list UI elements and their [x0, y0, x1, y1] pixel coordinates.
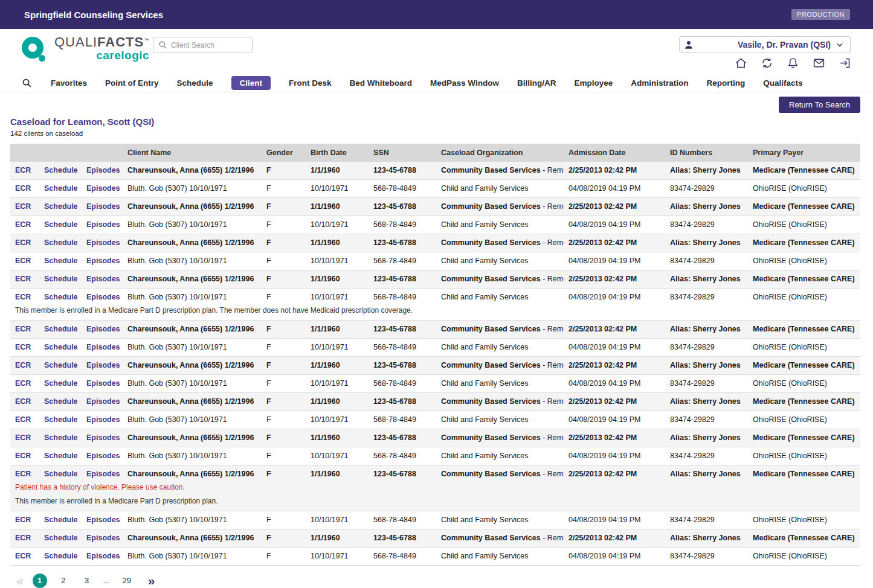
pagination-next[interactable]: »	[148, 574, 155, 587]
episodes-link[interactable]: Episodes	[82, 289, 123, 306]
admission-date-cell: 2/25/2013 02:42 PM	[564, 429, 665, 447]
ecr-link[interactable]: ECR	[10, 321, 39, 338]
schedule-link[interactable]: Schedule	[39, 511, 82, 529]
nav-tab-favorites[interactable]: Favorites	[51, 78, 87, 88]
ecr-link[interactable]: ECR	[10, 511, 39, 529]
bell-icon[interactable]	[786, 56, 799, 69]
episodes-link[interactable]: Episodes	[82, 548, 123, 565]
organization-cell: Community Based Services - Remote	[436, 270, 564, 288]
table-row: ECRScheduleEpisodesChareunsouk, Anna (66…	[10, 161, 860, 179]
schedule-link[interactable]: Schedule	[39, 375, 82, 392]
nav-tab-schedule[interactable]: Schedule	[177, 78, 213, 88]
ecr-link[interactable]: ECR	[10, 411, 39, 429]
ecr-link[interactable]: ECR	[10, 339, 39, 356]
pagination-page[interactable]: 2	[56, 574, 71, 588]
envelope-icon[interactable]	[812, 56, 825, 69]
schedule-link[interactable]: Schedule	[39, 234, 82, 252]
nav-tab-point-of-entry[interactable]: Point of Entry	[105, 78, 159, 88]
nav-tab-administration[interactable]: Administration	[631, 78, 688, 88]
schedule-link[interactable]: Schedule	[39, 216, 82, 234]
episodes-link[interactable]: Episodes	[82, 162, 123, 179]
schedule-link[interactable]: Schedule	[39, 465, 82, 483]
ecr-link[interactable]: ECR	[10, 375, 39, 392]
organization-suffix: - Remote	[541, 433, 564, 442]
episodes-link[interactable]: Episodes	[82, 465, 123, 483]
organization-suffix: - Remote	[541, 238, 564, 247]
pagination-page[interactable]: 1	[33, 574, 47, 588]
episodes-link[interactable]: Episodes	[82, 429, 123, 447]
episodes-link[interactable]: Episodes	[82, 252, 123, 270]
home-icon[interactable]	[734, 56, 747, 69]
ecr-link[interactable]: ECR	[10, 465, 39, 483]
nav-tab-front-desk[interactable]: Front Desk	[289, 78, 332, 88]
episodes-link[interactable]: Episodes	[82, 321, 123, 338]
ecr-link[interactable]: ECR	[10, 548, 39, 565]
episodes-link[interactable]: Episodes	[82, 447, 123, 465]
pagination-page[interactable]: 29	[120, 574, 134, 588]
organization-name: Community Based Services	[441, 202, 541, 211]
schedule-link[interactable]: Schedule	[39, 198, 82, 216]
pagination-prev[interactable]: «	[16, 574, 24, 587]
schedule-link[interactable]: Schedule	[39, 289, 82, 306]
ecr-link[interactable]: ECR	[10, 357, 39, 374]
return-to-search-button[interactable]: Return To Search	[779, 97, 860, 113]
episodes-link[interactable]: Episodes	[82, 216, 123, 234]
nav-tab-medpass-window[interactable]: MedPass Window	[430, 78, 499, 88]
episodes-link[interactable]: Episodes	[82, 357, 123, 374]
episodes-link[interactable]: Episodes	[82, 270, 123, 288]
nav-tab-reporting[interactable]: Reporting	[707, 78, 746, 88]
ecr-link[interactable]: ECR	[10, 252, 39, 270]
schedule-link[interactable]: Schedule	[39, 180, 82, 197]
ecr-link[interactable]: ECR	[10, 180, 39, 197]
nav-tab-client[interactable]: Client	[231, 76, 271, 90]
episodes-link[interactable]: Episodes	[82, 234, 123, 252]
schedule-link[interactable]: Schedule	[39, 270, 82, 288]
column-header: Client Name	[123, 149, 262, 157]
schedule-link[interactable]: Schedule	[39, 321, 82, 338]
ecr-link[interactable]: ECR	[10, 198, 39, 216]
episodes-link[interactable]: Episodes	[82, 511, 123, 529]
ecr-link[interactable]: ECR	[10, 234, 39, 252]
episodes-link[interactable]: Episodes	[82, 529, 123, 547]
schedule-link[interactable]: Schedule	[39, 429, 82, 447]
ecr-link[interactable]: ECR	[10, 393, 39, 411]
schedule-link[interactable]: Schedule	[39, 393, 82, 411]
organization-suffix: - Remote	[541, 325, 564, 333]
row-note-info: This member is enrolled in a Medicare Pa…	[10, 306, 860, 320]
episodes-link[interactable]: Episodes	[82, 180, 123, 197]
ssn-cell: 123-45-6788	[369, 357, 436, 374]
logout-icon[interactable]	[838, 56, 851, 69]
client-search-input[interactable]	[171, 41, 247, 50]
nav-tab-employee[interactable]: Employee	[575, 78, 613, 88]
ecr-link[interactable]: ECR	[10, 447, 39, 465]
schedule-link[interactable]: Schedule	[39, 411, 82, 429]
schedule-link[interactable]: Schedule	[39, 548, 82, 565]
schedule-link[interactable]: Schedule	[39, 529, 82, 547]
nav-tab-billing-ar[interactable]: Billing/AR	[517, 78, 556, 88]
ecr-link[interactable]: ECR	[10, 162, 39, 179]
episodes-link[interactable]: Episodes	[82, 375, 123, 392]
episodes-link[interactable]: Episodes	[82, 198, 123, 216]
schedule-link[interactable]: Schedule	[39, 447, 82, 465]
nav-tab-qualifacts[interactable]: Qualifacts	[763, 78, 802, 88]
user-menu[interactable]: Vasile, Dr. Pravan (QSI)	[679, 36, 851, 53]
ecr-link[interactable]: ECR	[10, 216, 39, 234]
schedule-link[interactable]: Schedule	[39, 357, 82, 374]
pagination-page[interactable]: 3	[80, 574, 94, 588]
ecr-link[interactable]: ECR	[10, 429, 39, 447]
episodes-link[interactable]: Episodes	[82, 339, 123, 356]
episodes-link[interactable]: Episodes	[82, 411, 123, 429]
ecr-link[interactable]: ECR	[10, 529, 39, 547]
ecr-link[interactable]: ECR	[10, 289, 39, 306]
nav-tab-bed-whiteboard[interactable]: Bed Whiteboard	[350, 78, 413, 88]
nav-search-icon[interactable]	[21, 77, 33, 89]
refresh-icon[interactable]	[760, 56, 773, 69]
episodes-link[interactable]: Episodes	[82, 393, 123, 411]
schedule-link[interactable]: Schedule	[39, 162, 82, 179]
birth-date-cell: 1/1/1960	[306, 198, 369, 216]
schedule-link[interactable]: Schedule	[39, 339, 82, 356]
primary-payer-cell: OhioRISE (OhioRISE)	[748, 339, 860, 356]
ecr-link[interactable]: ECR	[10, 270, 39, 288]
gender-cell: F	[262, 216, 306, 234]
schedule-link[interactable]: Schedule	[39, 252, 82, 270]
